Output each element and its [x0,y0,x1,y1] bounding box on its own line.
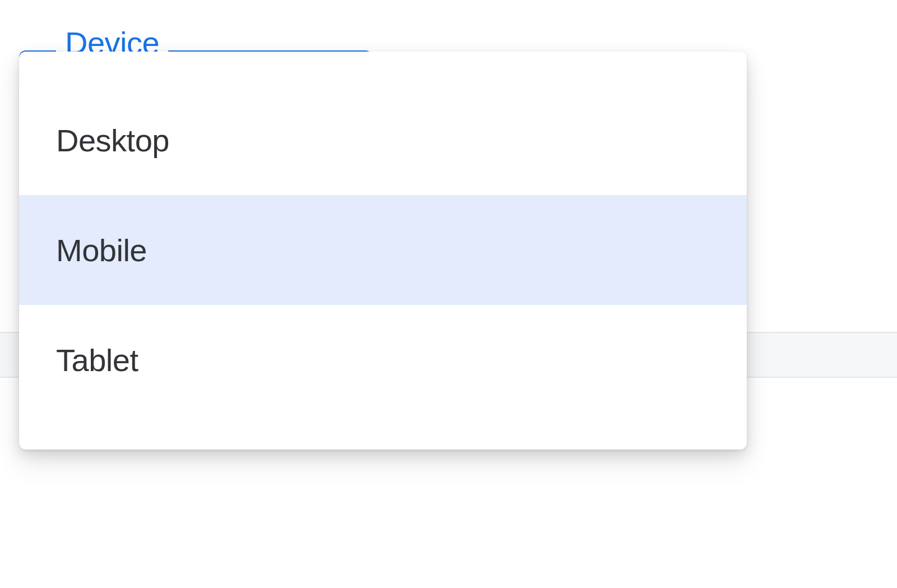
select-option-label: Mobile [56,232,147,268]
select-dropdown-panel: Desktop Mobile Tablet [19,52,747,450]
select-option-label: Tablet [56,342,138,378]
select-option-desktop[interactable]: Desktop [19,85,747,195]
select-option-label: Desktop [56,122,169,159]
select-option-tablet[interactable]: Tablet [19,305,747,415]
select-option-mobile[interactable]: Mobile [19,195,747,305]
